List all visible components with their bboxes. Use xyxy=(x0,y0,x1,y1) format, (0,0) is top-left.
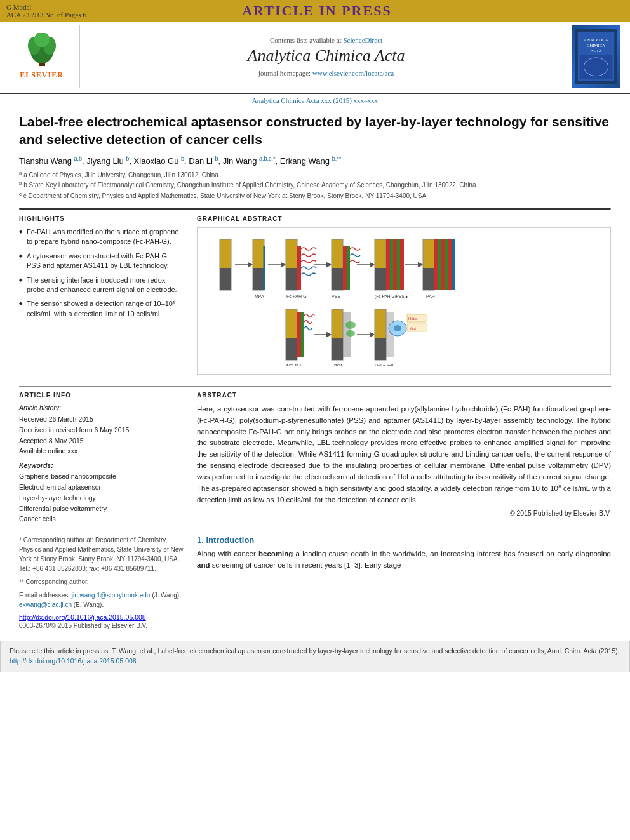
svg-rect-27 xyxy=(343,246,347,290)
sciencedirect-link[interactable]: ScienceDirect xyxy=(343,36,382,44)
authors-line: Tianshu Wang a,b, Jiyang Liu b, Xiaoxiao… xyxy=(19,156,611,166)
footnote-intro-row: * Corresponding author at: Department of… xyxy=(19,535,611,613)
journal-info: Contents lists available at ScienceDirec… xyxy=(86,25,566,88)
svg-rect-10 xyxy=(580,55,613,79)
revised-date: Received in revised form 6 May 2015 xyxy=(19,425,184,436)
article-info-label: ARTICLE INFO xyxy=(19,392,184,399)
citation-doi-link[interactable]: http://dx.doi.org/10.1016/j.aca.2015.05.… xyxy=(10,657,137,665)
abstract-label: ABSTRACT xyxy=(197,392,611,399)
issn-line: 0003-2670/© 2015 Published by Elsevier B… xyxy=(19,622,611,629)
article-title: Label-free electrochemical aptasensor co… xyxy=(19,113,611,149)
journal-cover-image: ANALYTICA CHIMICA ACTA xyxy=(572,25,620,88)
info-abstract-row: ARTICLE INFO Article history: Received 2… xyxy=(19,392,611,524)
model-info: G Model ACA 233913 No. of Pages 6 xyxy=(6,3,86,18)
svg-text:PAH: PAH xyxy=(426,294,435,298)
svg-rect-16 xyxy=(253,268,264,290)
svg-rect-46 xyxy=(448,239,452,290)
section-divider-1 xyxy=(19,386,611,387)
copyright: © 2015 Published by Elsevier B.V. xyxy=(197,509,611,517)
journal-name: Analytica Chimica Acta xyxy=(248,46,405,65)
highlight-item-4: The sensor showed a detection range of 1… xyxy=(19,299,184,319)
svg-text:Apt: Apt xyxy=(410,326,416,330)
svg-point-58 xyxy=(345,321,356,329)
svg-rect-41 xyxy=(423,268,434,290)
main-divider xyxy=(19,208,611,210)
highlight-item-3: The sensing interface introduced more re… xyxy=(19,276,184,295)
graphical-abstract-figure: MPA Fc-PAH-G xyxy=(197,227,611,375)
svg-text:Fc-PAH-G: Fc-PAH-G xyxy=(286,294,307,298)
section-divider-2 xyxy=(19,530,611,530)
email2-link[interactable]: ekwang@ciac.jl.cn xyxy=(19,601,72,608)
svg-rect-28 xyxy=(347,246,350,290)
highlights-label: HIGHLIGHTS xyxy=(19,215,184,222)
graphical-abstract-label: GRAPHICAL ABSTRACT xyxy=(197,215,611,222)
svg-rect-50 xyxy=(286,338,297,360)
svg-rect-42 xyxy=(434,239,438,290)
article-info-block: Article history: Received 26 March 2015 … xyxy=(19,404,184,524)
history-label: Article history: xyxy=(19,404,184,411)
svg-rect-21 xyxy=(286,268,297,290)
svg-point-59 xyxy=(346,330,355,337)
keyword-2: Electrochemical aptasensor xyxy=(19,482,184,493)
svg-rect-13 xyxy=(220,268,231,290)
elsevier-label: ELSEVIER xyxy=(20,70,64,80)
svg-rect-26 xyxy=(332,268,343,290)
doi-link[interactable]: http://dx.doi.org/10.1016/j.aca.2015.05.… xyxy=(19,613,146,621)
svg-rect-52 xyxy=(301,312,304,357)
svg-point-66 xyxy=(394,325,401,331)
svg-rect-35 xyxy=(393,239,397,290)
highlights-abstract-row: HIGHLIGHTS Fc-PAH was modified on the su… xyxy=(19,215,611,381)
citation-bar: Please cite this article in press as: T.… xyxy=(0,641,630,672)
article-info-column: ARTICLE INFO Article history: Received 2… xyxy=(19,392,184,524)
svg-text:HeLa: HeLa xyxy=(408,317,418,321)
journal-header: ELSEVIER Contents lists available at Sci… xyxy=(0,22,630,94)
main-content: Label-free electrochemical aptasensor co… xyxy=(0,107,630,636)
svg-rect-37 xyxy=(400,239,404,290)
available-date: Available online xxx xyxy=(19,446,184,457)
top-banner: G Model ACA 233913 No. of Pages 6 ARTICL… xyxy=(0,0,630,22)
highlights-list: Fc-PAH was modified on the surface of gr… xyxy=(19,227,184,319)
elsevier-logo: ELSEVIER xyxy=(10,25,80,88)
svg-rect-63 xyxy=(375,338,386,360)
graphical-abstract-column: GRAPHICAL ABSTRACT MPA xyxy=(197,215,611,381)
article-in-press-title: ARTICLE IN PRESS xyxy=(242,3,391,19)
introduction-column: 1. Introduction Along with cancer becomi… xyxy=(197,535,611,613)
svg-text:PSS: PSS xyxy=(332,294,340,298)
email1-link[interactable]: jin.wang.1@stonybrook.edu xyxy=(72,592,151,599)
homepage-link[interactable]: www.elsevier.com/locate/aca xyxy=(312,69,394,77)
svg-rect-51 xyxy=(297,312,301,357)
highlight-item-2: A cytosensor was constructed with Fc-PAH… xyxy=(19,251,184,271)
footnote-emails: E-mail addresses: jin.wang.1@stonybrook.… xyxy=(19,590,184,610)
journal-homepage: journal homepage: www.elsevier.com/locat… xyxy=(258,69,394,77)
keyword-4: Differential pulse voltammetry xyxy=(19,503,184,514)
svg-rect-22 xyxy=(297,246,301,290)
svg-rect-36 xyxy=(397,239,400,290)
received-date: Received 26 March 2015 xyxy=(19,414,184,425)
keywords-list: Graphene-based nanocomposite Electrochem… xyxy=(19,471,184,524)
dates-block: Received 26 March 2015 Received in revis… xyxy=(19,414,184,457)
svg-rect-47 xyxy=(452,239,455,290)
highlights-column: HIGHLIGHTS Fc-PAH was modified on the su… xyxy=(19,215,184,381)
sciencedirect-line: Contents lists available at ScienceDirec… xyxy=(270,36,382,44)
svg-text:ACTA: ACTA xyxy=(591,48,602,53)
keyword-3: Layer-by-layer technology xyxy=(19,493,184,503)
intro-heading: 1. Introduction xyxy=(197,535,611,545)
svg-text:AS1411: AS1411 xyxy=(286,364,302,366)
svg-rect-33 xyxy=(386,239,390,290)
accepted-date: Accepted 8 May 2015 xyxy=(19,436,184,446)
svg-rect-32 xyxy=(375,268,386,290)
graphical-abstract-svg: MPA Fc-PAH-G xyxy=(203,233,605,366)
intro-text: Along with cancer becoming a leading cau… xyxy=(197,549,611,571)
highlight-item-1: Fc-PAH was modified on the surface of gr… xyxy=(19,227,184,247)
keywords-label: Keywords: xyxy=(19,462,184,469)
article-link-bar: Analytica Chimica Acta xxx (2015) xxx–xx… xyxy=(0,94,630,107)
keyword-5: Cancer cells xyxy=(19,514,184,524)
svg-text:HeLa cell: HeLa cell xyxy=(375,364,394,366)
svg-rect-56 xyxy=(332,338,343,360)
footnote-corresponding1: * Corresponding author at: Department of… xyxy=(19,535,184,573)
intro-block: 1. Introduction Along with cancer becomi… xyxy=(197,535,611,571)
svg-text:ANALYTICA: ANALYTICA xyxy=(584,37,608,42)
svg-rect-34 xyxy=(390,239,393,290)
affiliations: a a College of Physics, Jilin University… xyxy=(19,170,611,201)
doi-line: http://dx.doi.org/10.1016/j.aca.2015.05.… xyxy=(19,613,611,621)
